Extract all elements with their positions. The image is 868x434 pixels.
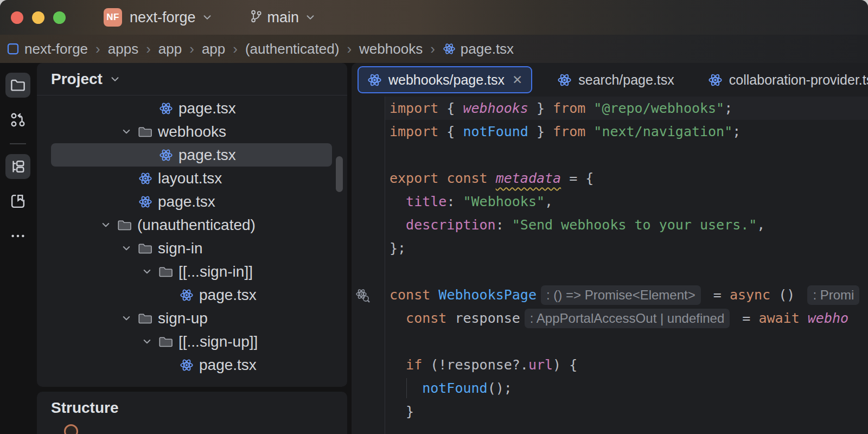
code-line: import { notFound } from "next/navigatio… [385, 120, 868, 143]
tree-item-layout.tsx[interactable]: layout.tsx [37, 167, 347, 190]
breadcrumb-label: apps [108, 41, 138, 58]
close-tab-icon[interactable]: ✕ [512, 73, 522, 87]
code-line: const response: AppPortalAccessOut | und… [385, 307, 868, 330]
tree-expand-chevron-icon[interactable] [120, 125, 138, 138]
tree-item-page.tsx[interactable]: page.tsx [37, 283, 347, 307]
inlay-type-hint: : () => Promise<Element> [541, 285, 701, 305]
tree-item-...sign-up[interactable]: [[...sign-up]] [37, 330, 347, 353]
editor-body: import { webhooks } from "@repo/webhooks… [352, 97, 868, 434]
structure-tool-button[interactable] [5, 154, 30, 179]
editor-tab-webhooks-page.tsx[interactable]: webhooks/page.tsx✕ [358, 66, 532, 93]
tree-item-label: page.tsx [178, 146, 236, 164]
tree-item-sign-up[interactable]: sign-up [37, 307, 347, 330]
breadcrumb: next-forge›apps›app›app›(authenticated)›… [0, 35, 868, 63]
breadcrumb-item-app[interactable]: app [158, 41, 182, 58]
code-token: } [390, 404, 414, 419]
inlay-type-hint: : Promi [807, 285, 859, 305]
zoom-window-button[interactable] [53, 11, 66, 24]
breadcrumb-label: next-forge [24, 41, 88, 58]
editor-tab-collaboration-provider.tsx[interactable]: collaboration-provider.tsx [699, 66, 868, 93]
tree-item-label: layout.tsx [158, 170, 222, 187]
minimize-window-button[interactable] [32, 11, 44, 24]
code-token: { [438, 124, 463, 139]
editor-gutter [352, 97, 385, 434]
react-file-icon [138, 195, 155, 209]
breadcrumb-separator-icon: › [95, 41, 100, 58]
tree-item-page.tsx[interactable]: page.tsx [37, 97, 347, 120]
tree-expand-chevron-icon[interactable] [99, 219, 118, 232]
git-branch-widget[interactable]: main [249, 9, 317, 26]
code-token: const [446, 170, 487, 186]
project-panel-header[interactable]: Project [37, 63, 347, 95]
project-name[interactable]: next-forge [130, 9, 196, 26]
component-preview-gutter-icon[interactable] [355, 288, 371, 306]
code-line: } [385, 400, 868, 423]
tree-expand-chevron-icon[interactable] [120, 242, 138, 255]
code-line: description: "Send webhooks to your user… [385, 213, 868, 237]
react-file-icon [159, 148, 175, 162]
react-file-icon [180, 288, 196, 302]
structure-symbol-icon [64, 424, 78, 434]
bookmark-icon [10, 193, 26, 209]
breadcrumb-item-apps[interactable]: apps [108, 41, 138, 58]
code-token: webho [808, 310, 848, 326]
code-line: title: "Webhooks", [385, 190, 868, 213]
react-file-icon [159, 101, 175, 116]
code-token: ; [732, 124, 741, 139]
tree-item-page.tsx[interactable]: page.tsx [37, 190, 347, 213]
breadcrumb-item-pagetsx[interactable]: page.tsx [443, 41, 514, 58]
code-token: const [406, 310, 446, 326]
code-token [430, 287, 438, 303]
breadcrumb-item-app[interactable]: app [202, 41, 225, 58]
tree-item-label: sign-in [158, 240, 202, 257]
code-token: "@repo/webhooks" [593, 100, 724, 116]
close-window-button[interactable] [11, 11, 23, 24]
code-token [800, 310, 808, 326]
version-control-tool-button[interactable] [5, 107, 30, 132]
more-tool-windows-tool-button[interactable] [5, 224, 30, 248]
editor-tab-search-page.tsx[interactable]: search/page.tsx [548, 66, 683, 93]
code-line [385, 260, 868, 283]
react-file-icon [138, 171, 155, 186]
editor-tab-bar: webhooks/page.tsx✕ search/page.tsx colla… [352, 63, 868, 97]
tree-item-label: [[...sign-up]] [178, 333, 258, 350]
code-token [390, 380, 422, 396]
breadcrumb-item-next-forge[interactable]: next-forge [7, 41, 88, 58]
code-token: }; [390, 240, 406, 256]
code-token: , [545, 194, 553, 209]
tree-item-label: page.tsx [199, 286, 257, 304]
breadcrumb-item-webhooks[interactable]: webhooks [359, 41, 423, 58]
code-token: await [758, 310, 799, 326]
tree-item-label: (unauthenticated) [137, 216, 256, 234]
code-token [438, 170, 446, 186]
tree-item-page.tsx[interactable]: page.tsx [37, 143, 347, 167]
project-view-chevron-icon[interactable] [109, 73, 121, 85]
code-token: , [757, 217, 765, 233]
code-token [390, 310, 406, 326]
tree-expand-chevron-icon[interactable] [120, 312, 138, 325]
folder-icon [138, 311, 155, 326]
tree-item-sign-in[interactable]: sign-in [37, 237, 347, 260]
tree-item-...sign-in[interactable]: [[...sign-in]] [37, 260, 347, 283]
bookmarks-tool-button[interactable] [5, 189, 30, 214]
project-tool-button[interactable] [5, 73, 30, 98]
tool-window-stripe [0, 63, 36, 434]
tree-item-label: sign-up [158, 310, 208, 327]
tree-expand-chevron-icon[interactable] [141, 265, 159, 278]
code-token: title [406, 194, 446, 209]
project-tree-scrollbar[interactable] [336, 156, 343, 192]
code-token: metadata [496, 170, 561, 186]
tree-item-page.tsx[interactable]: page.tsx [37, 353, 347, 376]
breadcrumb-separator-icon: › [430, 41, 435, 58]
breadcrumb-item-authenticated[interactable]: (authenticated) [245, 41, 339, 58]
code-editor[interactable]: import { webhooks } from "@repo/webhooks… [385, 97, 868, 434]
git-branch-icon [249, 9, 263, 25]
vcs-icon [10, 112, 26, 128]
react-file-icon [708, 73, 723, 87]
tree-item-webhooks[interactable]: webhooks [37, 120, 347, 143]
project-dropdown-chevron-icon[interactable] [201, 11, 213, 23]
tree-item-unauthenticated[interactable]: (unauthenticated) [37, 213, 347, 237]
project-badge: NF [104, 8, 122, 27]
code-token: { [438, 100, 463, 116]
tree-expand-chevron-icon[interactable] [141, 335, 159, 348]
